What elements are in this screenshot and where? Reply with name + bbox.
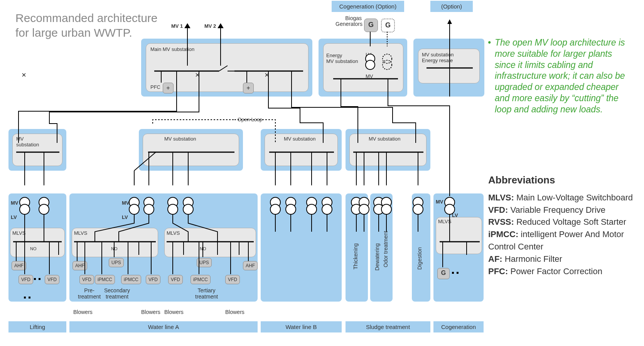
architecture-diagram: Cogeneration (Option) (Option) Biogas Ge… — [3, 0, 488, 346]
svg-point-67 — [359, 204, 369, 214]
abbr-mlvs: MLVS: Main Low-Voltage Switchboard — [488, 192, 639, 204]
abbr-af: AF: Harmonic Filter — [488, 253, 639, 265]
svg-point-61 — [307, 204, 317, 214]
svg-point-55 — [183, 204, 193, 214]
abbr-rvss: RVSS: Reduced Voltage Soft Starter — [488, 216, 639, 228]
svg-point-51 — [144, 204, 154, 214]
svg-rect-116 — [29, 297, 30, 299]
svg-rect-118 — [457, 272, 459, 274]
wiring-overlay — [3, 0, 488, 346]
svg-point-75 — [445, 204, 455, 214]
svg-point-73 — [413, 204, 423, 214]
svg-line-4 — [219, 66, 228, 71]
svg-point-45 — [20, 204, 30, 214]
svg-rect-113 — [34, 278, 36, 280]
abbreviations: Abbreviations MLVS: Main Low-Voltage Swi… — [488, 173, 639, 278]
svg-point-71 — [381, 204, 391, 214]
abbr-vfd: VFD: Variable Frequency Drive — [488, 204, 639, 216]
abbr-pfc: PFC: Power Factor Correction — [488, 265, 639, 278]
abbr-heading: Abbreviations — [488, 173, 639, 188]
svg-rect-117 — [452, 272, 454, 274]
svg-point-16 — [366, 60, 375, 70]
svg-point-63 — [322, 204, 332, 214]
svg-rect-115 — [24, 297, 26, 299]
svg-rect-114 — [39, 278, 40, 280]
svg-point-57 — [270, 204, 280, 214]
abbr-ipmcc: iPMCC: intelligent Power And Motor Contr… — [488, 228, 639, 253]
svg-point-53 — [168, 204, 178, 214]
green-callout: The open MV loop architecture is more su… — [495, 37, 634, 115]
svg-point-49 — [129, 204, 139, 214]
svg-point-59 — [286, 204, 296, 214]
svg-point-47 — [39, 204, 49, 214]
